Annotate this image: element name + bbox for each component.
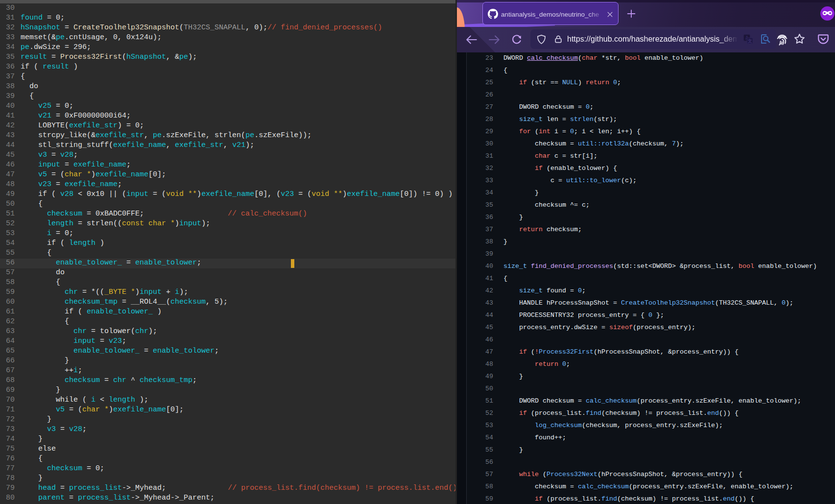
- svg-text:文: 文: [747, 39, 752, 44]
